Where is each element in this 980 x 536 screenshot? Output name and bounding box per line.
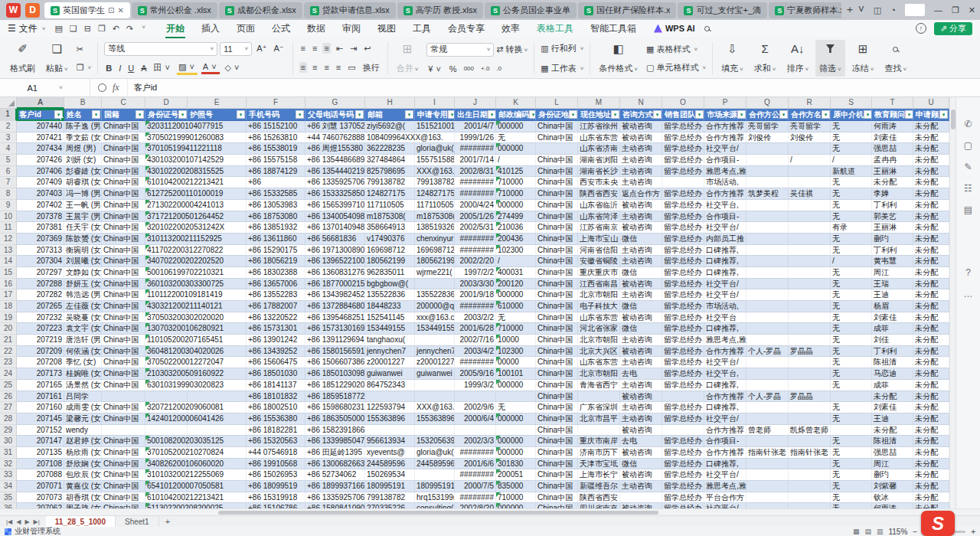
cell-S9[interactable]: 无	[831, 200, 872, 211]
cell-T34[interactable]: 刘紫馨	[872, 481, 913, 492]
row-header-13[interactable]: 13	[0, 245, 17, 257]
cell-M12[interactable]: 上海市宝山	[578, 234, 620, 245]
cell-A2[interactable]: 207440	[17, 121, 64, 132]
cell-G6[interactable]: +86 1354440219	[305, 166, 365, 178]
cell-M32[interactable]: 天津市宝坻	[578, 459, 620, 470]
cell-G26[interactable]: +86 1859518772	[305, 391, 365, 403]
cell-B36[interactable]: 周子路 (女	[64, 503, 102, 508]
cell-D15[interactable]: 500106199702210321	[145, 267, 188, 279]
cell-O16[interactable]: 留学总经办	[662, 279, 704, 290]
add-sheet-button[interactable]: +	[159, 517, 176, 526]
cell-M30[interactable]: 重庆市南岸	[578, 436, 620, 447]
cell-R11[interactable]	[789, 222, 831, 234]
cell-C18[interactable]: China中国	[102, 301, 145, 312]
row-header-30[interactable]: 30	[0, 436, 17, 447]
cell-K23[interactable]: 00000	[496, 357, 536, 368]
cell-A11[interactable]: 207381	[17, 222, 64, 234]
cell-P13[interactable]: 口碑推荐,	[704, 245, 746, 257]
filter-dropdown-icon[interactable]: ▾	[296, 110, 304, 119]
cell-A31[interactable]: 207135	[17, 447, 64, 459]
cell-F35[interactable]: +86 15319918	[247, 492, 305, 504]
cell-D8[interactable]: 612725200110100019	[145, 188, 188, 200]
menu-tab-会员专享[interactable]: 会员专享	[439, 21, 493, 37]
cell-F33[interactable]: +86 15026953	[247, 469, 305, 481]
cell-P12[interactable]: 内部员工推	[704, 234, 746, 245]
cell-A15[interactable]: 207297	[17, 267, 64, 279]
cell-S31[interactable]: 无	[831, 447, 872, 459]
column-header-K[interactable]: K	[496, 97, 536, 109]
cell-H30[interactable]: 956613934	[365, 436, 415, 447]
cell-L36[interactable]: China中国	[536, 503, 578, 508]
menu-tab-表格工具[interactable]: 表格工具	[528, 21, 582, 37]
italic-button[interactable]: I	[117, 63, 122, 74]
cell-U27[interactable]: 未分配	[913, 402, 949, 413]
cell-S29[interactable]	[831, 425, 872, 436]
cell-H27[interactable]: 122593794	[365, 402, 415, 413]
cell-M6[interactable]: 湖南省长沙	[578, 166, 620, 178]
cell-Q17[interactable]	[746, 289, 789, 301]
cell-F2[interactable]: +86 15152100	[247, 121, 305, 132]
sum-button[interactable]: Σ求和˅	[750, 40, 780, 77]
cell-U36[interactable]: 未分配	[913, 503, 949, 508]
cell-G25[interactable]: +86 1851229020	[305, 380, 365, 391]
help-icon[interactable]: ?	[965, 267, 971, 278]
cell-S24[interactable]: 无	[831, 368, 872, 380]
cell-K10[interactable]: 274499	[496, 211, 536, 223]
cell-P2[interactable]: 合作方推荐	[704, 121, 746, 132]
cell-A35[interactable]: 207073	[17, 492, 64, 504]
cell-N13[interactable]: 主动咨询	[620, 245, 662, 257]
cell-C13[interactable]: China中国	[102, 245, 145, 257]
cell-A3[interactable]: 207421	[17, 132, 64, 144]
header-cell-P1[interactable]: 市场来源▾	[704, 109, 746, 121]
vertical-scrollbar-thumb[interactable]	[951, 109, 956, 129]
cell-S28[interactable]: 无	[831, 413, 872, 425]
cell-F22[interactable]: +86 13439252	[247, 346, 305, 358]
avatar[interactable]	[905, 4, 925, 16]
cell-K27[interactable]: 无	[496, 402, 536, 413]
cell-H25[interactable]: 864752343	[365, 380, 415, 391]
cell-I20[interactable]: 153449155	[415, 323, 455, 335]
more-icon[interactable]: …	[964, 289, 973, 299]
cell-J17[interactable]: 2001/9/18	[455, 289, 496, 301]
cell-O34[interactable]: 留学总经办	[662, 481, 704, 492]
cell-L15[interactable]: China中国	[536, 267, 578, 279]
cell-M3[interactable]: 山东省东营	[578, 132, 620, 144]
cell-R21[interactable]	[789, 335, 831, 346]
fill-color-button[interactable]: ▨˅	[177, 61, 198, 75]
cell-A8[interactable]: 207403	[17, 188, 64, 200]
cell-F13[interactable]: +86 15290175	[247, 245, 305, 257]
cell-B9[interactable]: 王一帆 (男	[64, 200, 102, 211]
cell-Q3[interactable]: 刘俊伶	[746, 132, 789, 144]
cell-Q22[interactable]: 个人-罗晶	[746, 346, 789, 358]
zoom-out-button[interactable]: −	[913, 528, 917, 536]
new-tab-button[interactable]: ＋ ˅	[841, 3, 867, 17]
cell-S20[interactable]: 无	[831, 323, 872, 335]
cell-O7[interactable]	[662, 177, 704, 188]
cell-U18[interactable]: 未分配	[913, 301, 949, 312]
cell-D7[interactable]: 610104200212213421	[145, 177, 188, 188]
cell-M22[interactable]: 北京大兴区	[578, 346, 620, 358]
cell-L33[interactable]: China中国	[536, 469, 578, 481]
sheet-tab-11_28_5_1000[interactable]: 11_28_5_1000	[46, 516, 116, 527]
restore-button[interactable]: ❐	[952, 5, 959, 15]
header-cell-T1[interactable]: 教育顾问▾	[872, 109, 913, 121]
cell-Q28[interactable]	[746, 413, 789, 425]
cell-I11[interactable]: 138519326	[415, 222, 455, 234]
menu-tab-插入[interactable]: 插入	[193, 21, 228, 37]
row-header-5[interactable]: 5	[0, 155, 17, 166]
cell-Q35[interactable]	[746, 492, 789, 504]
row-header-6[interactable]: 6	[0, 166, 17, 178]
cell-G35[interactable]: +86 1335925706	[305, 492, 365, 504]
cell-P17[interactable]: 社交平台/	[704, 289, 746, 301]
cell-M35[interactable]: 陕西省西安	[578, 492, 620, 504]
cell-O20[interactable]: 留学总经办	[662, 323, 704, 335]
cell-P28[interactable]: 社交平台/	[704, 413, 746, 425]
pen-icon[interactable]: ✎	[964, 162, 972, 172]
cell-H22[interactable]: jennychen7	[365, 346, 415, 358]
cell-F34[interactable]: +86 18099519	[247, 481, 305, 492]
currency-button[interactable]: ¥˅	[426, 64, 444, 74]
copy-button[interactable]: ❐˅	[75, 62, 93, 74]
column-header-U[interactable]: U	[913, 97, 949, 109]
cell-R2[interactable]: 亮哥留学	[789, 121, 831, 132]
cell-G19[interactable]: +86 1395468251	[305, 312, 365, 324]
